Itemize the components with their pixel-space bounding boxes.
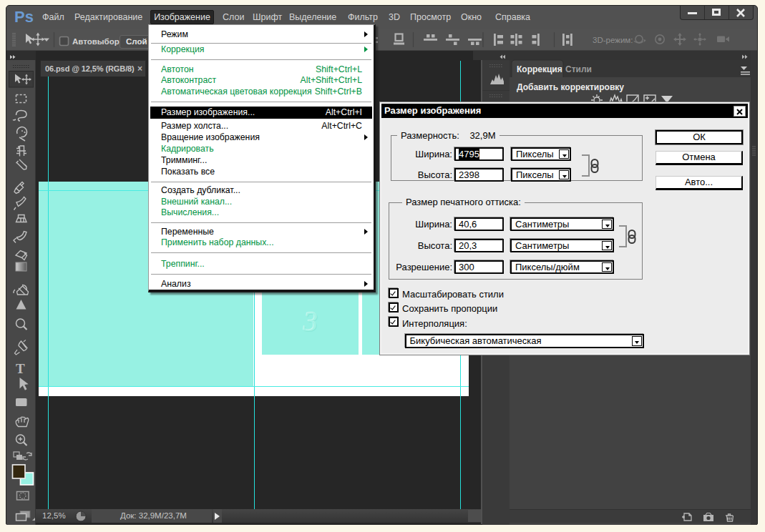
svg-text:T: T <box>16 361 25 376</box>
svg-text:3D-режим:: 3D-режим: <box>593 36 633 44</box>
svg-text:Добавить корректировку: Добавить корректировку <box>517 82 624 92</box>
svg-text:Слой: Слой <box>126 37 147 46</box>
svg-text:Автовыбор:: Автовыбор: <box>72 37 122 46</box>
svg-text:Коррекция: Коррекция <box>517 64 562 74</box>
svg-text:Стили: Стили <box>565 64 592 74</box>
